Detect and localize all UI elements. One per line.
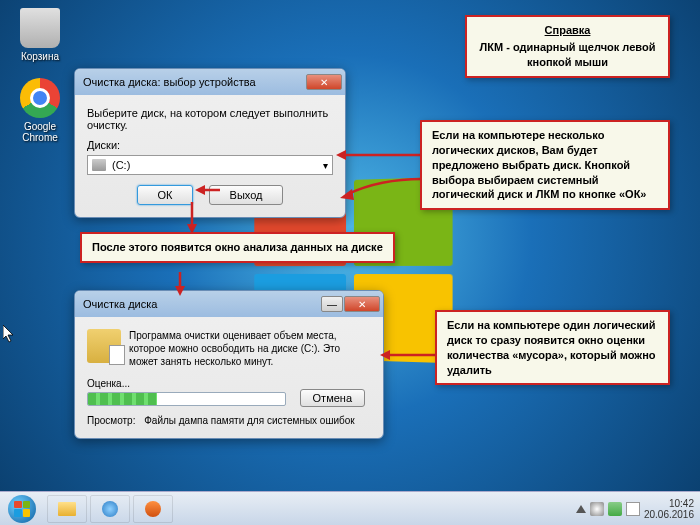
disk-cleanup-select-dialog: Очистка диска: выбор устройства ✕ Выбери… — [74, 68, 346, 218]
window-title: Очистка диска: выбор устройства — [83, 76, 306, 88]
titlebar[interactable]: Очистка диска — ✕ — [75, 291, 383, 317]
drive-selected-value: (C:) — [112, 159, 130, 171]
window-title: Очистка диска — [83, 298, 321, 310]
recycle-bin-icon[interactable]: Корзина — [12, 8, 68, 62]
progress-label: Оценка... — [87, 378, 371, 389]
taskbar-item-explorer[interactable] — [47, 495, 87, 523]
network-icon[interactable] — [608, 502, 622, 516]
minimize-button[interactable]: — — [321, 296, 343, 312]
instruction-text: Выберите диск, на котором следует выполн… — [87, 107, 333, 131]
help-body: ЛКМ - одинарный щелчок левой кнопкой мыш… — [480, 41, 656, 68]
volume-icon[interactable] — [626, 502, 640, 516]
browser-icon — [102, 501, 118, 517]
drive-icon — [92, 159, 106, 171]
trash-icon — [20, 8, 60, 48]
titlebar[interactable]: Очистка диска: выбор устройства ✕ — [75, 69, 345, 95]
tray-up-icon[interactable] — [576, 505, 586, 513]
drive-select[interactable]: (C:) — [87, 155, 333, 175]
chrome-shortcut[interactable]: Google Chrome — [12, 78, 68, 143]
cursor-icon — [3, 325, 15, 343]
tip2-text: Если на компьютере несколько логических … — [432, 129, 646, 200]
exit-button[interactable]: Выход — [209, 185, 284, 205]
cancel-button[interactable]: Отмена — [300, 389, 365, 407]
chrome-icon — [20, 78, 60, 118]
progress-message: Программа очистки оценивает объем места,… — [129, 329, 371, 368]
taskbar: 10:42 20.06.2016 — [0, 491, 700, 525]
disk-cleanup-icon — [87, 329, 121, 363]
tip4-text: Если на компьютере один логический диск … — [447, 319, 656, 376]
arrow-icon — [336, 145, 426, 165]
clock-time: 10:42 — [644, 498, 694, 509]
tip3-text: После этого появится окно анализа данных… — [92, 241, 383, 253]
media-icon — [145, 501, 161, 517]
help-title: Справка — [477, 23, 658, 38]
progress-bar — [87, 392, 286, 406]
start-orb-icon — [8, 495, 36, 523]
ok-button[interactable]: ОК — [137, 185, 194, 205]
close-button[interactable]: ✕ — [306, 74, 342, 90]
chrome-label: Google Chrome — [12, 121, 68, 143]
multi-disk-tooltip: Если на компьютере несколько логических … — [420, 120, 670, 210]
view-value: Файлы дампа памяти для системных ошибок — [144, 415, 354, 426]
single-disk-tooltip: Если на компьютере один логический диск … — [435, 310, 670, 385]
disk-cleanup-progress-dialog: Очистка диска — ✕ Программа очистки оцен… — [74, 290, 384, 439]
drives-label: Диски: — [87, 139, 333, 151]
analysis-tooltip: После этого появится окно анализа данных… — [80, 232, 395, 263]
start-button[interactable] — [0, 492, 44, 526]
folder-icon — [58, 502, 76, 516]
taskbar-item-media[interactable] — [133, 495, 173, 523]
close-button[interactable]: ✕ — [344, 296, 380, 312]
recycle-bin-label: Корзина — [12, 51, 68, 62]
help-tooltip: Справка ЛКМ - одинарный щелчок левой кно… — [465, 15, 670, 78]
desktop: Корзина Google Chrome Очистка диска: выб… — [0, 0, 700, 525]
clock-date: 20.06.2016 — [644, 509, 694, 520]
taskbar-item-browser[interactable] — [90, 495, 130, 523]
view-label: Просмотр: — [87, 415, 135, 426]
flag-icon[interactable] — [590, 502, 604, 516]
clock[interactable]: 10:42 20.06.2016 — [644, 498, 694, 520]
system-tray[interactable]: 10:42 20.06.2016 — [576, 498, 700, 520]
